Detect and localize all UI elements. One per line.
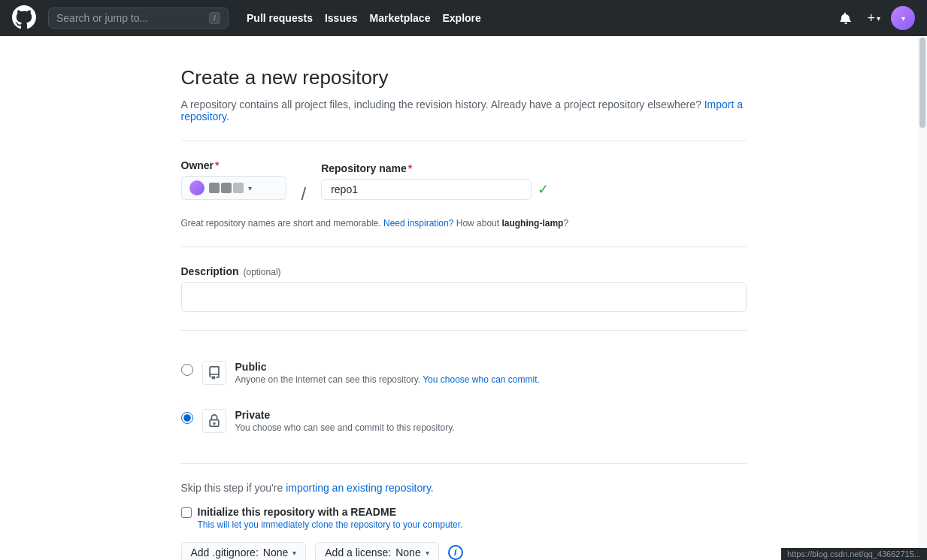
owner-avatar-boxes — [209, 183, 244, 193]
slash-separator: / — [298, 183, 310, 204]
public-desc: Anyone on the internet can see this repo… — [235, 374, 747, 385]
gitignore-value: None — [263, 546, 288, 558]
private-radio[interactable] — [181, 412, 193, 424]
nav-links: Pull requests Issues Marketplace Explore — [247, 12, 481, 24]
public-radio[interactable] — [181, 364, 193, 376]
description-label: Description — [181, 265, 239, 277]
license-chevron-icon: ▾ — [426, 549, 429, 557]
public-icon — [202, 361, 226, 385]
public-option: Public Anyone on the internet can see th… — [181, 349, 747, 397]
nav-actions: + ▾ ▾ — [835, 6, 915, 31]
private-desc: You choose who can see and commit to thi… — [235, 422, 747, 433]
page-subtitle: A repository contains all project files,… — [181, 98, 747, 123]
divider-top — [181, 141, 747, 141]
description-input[interactable] — [181, 282, 747, 312]
owner-avatar — [189, 180, 204, 195]
owner-select[interactable]: ▾ — [181, 176, 286, 200]
search-input[interactable] — [56, 12, 203, 24]
notifications-button[interactable] — [835, 8, 856, 29]
navbar: / Pull requests Issues Marketplace Explo… — [0, 0, 927, 36]
readme-checkbox-option: Initialize this repository with a README… — [181, 506, 747, 530]
gitignore-dropdown[interactable]: Add .gitignore: None ▾ — [181, 542, 307, 560]
public-label: Public — [235, 361, 747, 373]
license-dropdown[interactable]: Add a license: None ▾ — [315, 542, 438, 560]
suggestion-text: laughing-lamp — [501, 218, 563, 229]
search-bar[interactable]: / — [48, 8, 229, 29]
nav-pull-requests[interactable]: Pull requests — [247, 12, 313, 24]
owner-repo-row: Owner* ▾ / Repository name* ✓ — [181, 159, 747, 212]
repo-required: * — [408, 162, 412, 174]
private-content: Private You choose who can see and commi… — [235, 409, 747, 433]
new-menu-button[interactable]: + ▾ — [862, 6, 885, 31]
private-option: Private You choose who can see and commi… — [181, 397, 747, 445]
nav-marketplace[interactable]: Marketplace — [370, 12, 431, 24]
repo-name-label: Repository name* — [321, 162, 549, 174]
owner-group: Owner* ▾ — [181, 159, 286, 200]
skip-step-text: Skip this step if you're importing an ex… — [181, 482, 747, 494]
search-shortcut: / — [209, 12, 220, 24]
importing-link[interactable]: importing an existing repository. — [286, 482, 434, 494]
dropdown-row: Add .gitignore: None ▾ Add a license: No… — [181, 542, 747, 560]
license-label: Add a license: — [325, 546, 391, 558]
readme-label[interactable]: Initialize this repository with a README — [198, 506, 396, 518]
optional-text: (optional) — [244, 267, 281, 277]
readme-checkbox[interactable] — [181, 507, 192, 518]
readme-content: Initialize this repository with a README… — [198, 506, 747, 530]
nav-issues[interactable]: Issues — [325, 12, 358, 24]
public-content: Public Anyone on the internet can see th… — [235, 361, 747, 385]
github-logo[interactable] — [12, 5, 36, 32]
page-title: Create a new repository — [181, 66, 747, 89]
repo-name-group: Repository name* ✓ — [321, 162, 549, 200]
divider-init — [181, 463, 747, 464]
main-content: Create a new repository A repository con… — [163, 36, 765, 560]
private-icon — [202, 409, 226, 433]
divider-desc-top — [181, 247, 747, 247]
private-label: Private — [235, 409, 747, 421]
readme-desc: This will let you immediately clone the … — [198, 519, 747, 530]
owner-label: Owner* — [181, 159, 286, 171]
license-value: None — [395, 546, 420, 558]
owner-chevron-icon: ▾ — [248, 184, 252, 192]
description-label-row: Description (optional) — [181, 265, 747, 277]
gitignore-label: Add .gitignore: — [191, 546, 259, 558]
repo-name-wrapper: ✓ — [321, 179, 549, 200]
description-group: Description (optional) — [181, 265, 747, 312]
gitignore-chevron-icon: ▾ — [292, 549, 296, 557]
avatar[interactable]: ▾ — [891, 6, 915, 30]
nav-explore[interactable]: Explore — [442, 12, 480, 24]
owner-required: * — [215, 159, 219, 171]
repo-name-hint: Great repository names are short and mem… — [181, 218, 747, 229]
info-icon[interactable]: i — [448, 545, 463, 560]
scrollbar-track[interactable] — [918, 36, 927, 560]
inspiration-link[interactable]: Need inspiration? — [383, 218, 453, 229]
valid-checkmark-icon: ✓ — [538, 181, 549, 198]
divider-visibility-top — [181, 330, 747, 331]
scrollbar-thumb[interactable] — [919, 38, 925, 128]
status-bar: https://blog.csdn.net/qq_43662715... — [781, 548, 927, 560]
repo-name-input[interactable] — [321, 179, 532, 200]
